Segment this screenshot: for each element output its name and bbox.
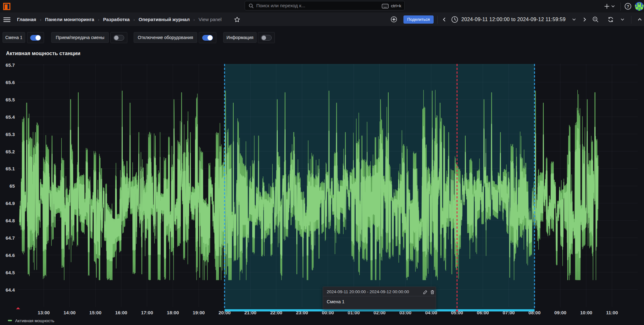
svg-text:19:00: 19:00 [193, 310, 205, 315]
svg-text:65.4: 65.4 [6, 114, 15, 120]
svg-text:17:00: 17:00 [141, 310, 153, 315]
svg-text:65.2: 65.2 [6, 149, 15, 154]
svg-text:15:00: 15:00 [89, 310, 101, 315]
svg-text:10:00: 10:00 [580, 310, 592, 315]
svg-text:64.7: 64.7 [6, 235, 15, 241]
svg-text:16:00: 16:00 [115, 310, 127, 315]
svg-text:64.6: 64.6 [6, 253, 15, 258]
svg-text:65: 65 [9, 183, 15, 189]
svg-text:14:00: 14:00 [64, 310, 75, 315]
svg-text:64.5: 64.5 [6, 270, 15, 275]
svg-text:09:00: 09:00 [554, 310, 566, 315]
svg-text:64.8: 64.8 [6, 218, 15, 223]
svg-text:64.4: 64.4 [6, 287, 15, 293]
svg-text:Активная мощность: Активная мощность [15, 318, 54, 323]
svg-text:11:00: 11:00 [606, 310, 618, 315]
svg-text:65.7: 65.7 [6, 62, 15, 68]
svg-text:13:00: 13:00 [38, 310, 50, 315]
svg-text:64.9: 64.9 [6, 201, 15, 206]
svg-text:?: ? [627, 4, 629, 9]
svg-text:65.1: 65.1 [6, 166, 15, 171]
svg-text:65.3: 65.3 [6, 132, 15, 137]
svg-text:18:00: 18:00 [167, 310, 179, 315]
svg-text:65.6: 65.6 [6, 80, 15, 85]
svg-text:65.5: 65.5 [6, 97, 15, 102]
